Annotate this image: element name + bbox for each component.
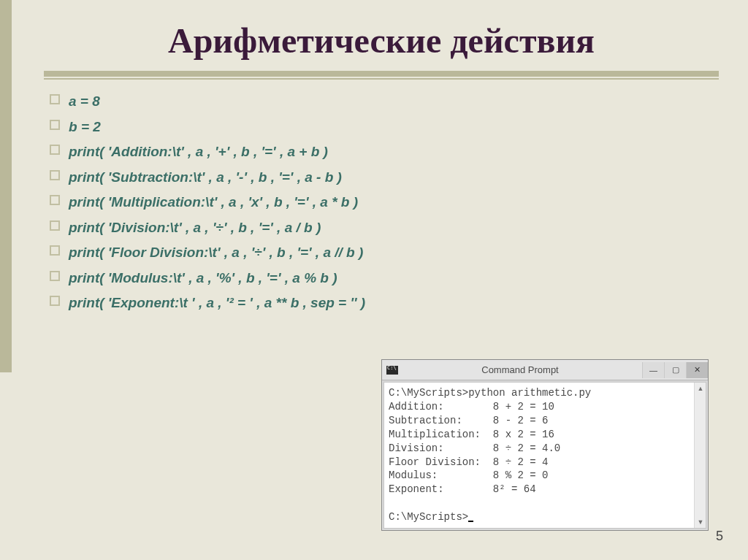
cmd-line: Multiplication: 8 x 2 = 16 [389, 429, 554, 440]
cmd-line: Division: 8 ÷ 2 = 4.0 [389, 442, 560, 454]
cmd-body: C:\MyScripts>python arithmetic.py Additi… [383, 382, 706, 529]
page-number: 5 [716, 529, 723, 544]
cmd-icon [386, 366, 398, 375]
close-button[interactable]: ✕ [686, 362, 708, 378]
list-item: print( 'Exponent:\t ' , a , '² = ' , a *… [50, 293, 719, 314]
cmd-scrollbar[interactable]: ▲ ▼ [694, 383, 706, 528]
cmd-line: C:\MyScripts>python arithmetic.py [389, 387, 591, 399]
scroll-up-icon[interactable]: ▲ [696, 384, 705, 393]
bullet-text: print( 'Multiplication:\t' , a , 'x' , b… [69, 192, 358, 213]
list-item: b = 2 [50, 117, 719, 138]
command-prompt-window: Command Prompt — ▢ ✕ C:\MyScripts>python… [381, 359, 709, 531]
bullet-text: b = 2 [69, 117, 101, 138]
scroll-down-icon[interactable]: ▼ [696, 518, 705, 526]
bullet-icon [50, 170, 60, 180]
bullet-text: print( 'Floor Division:\t' , a , '÷' , b… [69, 242, 363, 264]
cursor-icon [468, 521, 473, 522]
cmd-output: C:\MyScripts>python arithmetic.py Additi… [389, 386, 692, 524]
list-item: print( 'Division:\t' , a , '÷' , b , '='… [50, 218, 719, 239]
bullet-icon [50, 94, 60, 104]
cmd-line: C:\MyScripts> [389, 511, 468, 523]
bullet-text: print( 'Modulus:\t' , a , '%' , b , '=' … [69, 268, 337, 289]
list-item: print( 'Modulus:\t' , a , '%' , b , '=' … [50, 268, 719, 289]
slide: Арифметические действия a = 8 b = 2 prin… [0, 0, 748, 560]
list-item: print( 'Subtraction:\t' , a , '-' , b , … [50, 167, 719, 188]
cmd-line: Exponent: 8² = 64 [389, 483, 536, 495]
code-bullets: a = 8 b = 2 print( 'Addition:\t' , a , '… [50, 91, 719, 314]
cmd-titlebar: Command Prompt — ▢ ✕ [382, 360, 708, 380]
list-item: print( 'Multiplication:\t' , a , 'x' , b… [50, 192, 719, 213]
cmd-line: Modulus: 8 % 2 = 0 [389, 469, 548, 481]
cmd-title: Command Prompt [398, 364, 642, 375]
cmd-line: Subtraction: 8 - 2 = 6 [389, 415, 548, 426]
bullet-text: print( 'Addition:\t' , a , '+' , b , '='… [69, 142, 328, 163]
bullet-icon [50, 195, 60, 205]
slide-title: Арифметические действия [44, 20, 719, 61]
title-divider [44, 71, 719, 80]
bullet-icon [50, 271, 60, 281]
list-item: print( 'Addition:\t' , a , '+' , b , '='… [50, 142, 719, 163]
bullet-icon [50, 245, 60, 256]
list-item: a = 8 [50, 91, 719, 112]
list-item: print( 'Floor Division:\t' , a , '÷' , b… [50, 242, 719, 264]
minimize-button[interactable]: — [642, 362, 664, 378]
cmd-line: Floor Division: 8 ÷ 2 = 4 [389, 456, 548, 468]
bullet-text: a = 8 [69, 91, 100, 112]
cmd-line: Addition: 8 + 2 = 10 [389, 401, 554, 413]
bullet-text: print( 'Subtraction:\t' , a , '-' , b , … [69, 167, 342, 188]
window-controls: — ▢ ✕ [642, 362, 708, 378]
bullet-icon [50, 145, 60, 155]
bullet-icon [50, 120, 60, 130]
cmd-appicon-wrap [386, 366, 398, 375]
bullet-icon [50, 296, 60, 306]
bullet-text: print( 'Division:\t' , a , '÷' , b , '='… [69, 218, 321, 239]
maximize-button[interactable]: ▢ [664, 362, 686, 378]
bullet-icon [50, 220, 60, 231]
bullet-text: print( 'Exponent:\t ' , a , '² = ' , a *… [69, 293, 365, 314]
